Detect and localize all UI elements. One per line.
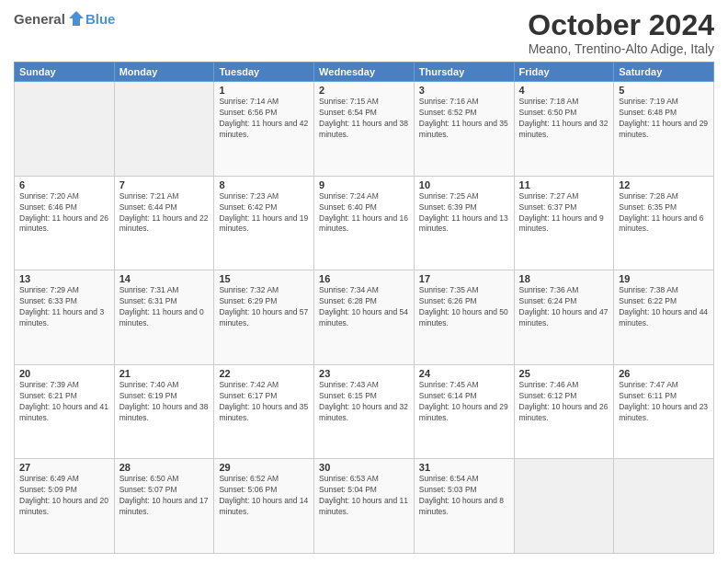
table-row: 1Sunrise: 7:14 AMSunset: 6:56 PMDaylight… [214, 82, 314, 177]
day-detail: Sunrise: 6:50 AMSunset: 5:07 PMDaylight:… [119, 474, 209, 516]
day-detail: Sunrise: 7:15 AMSunset: 6:54 PMDaylight:… [319, 97, 408, 139]
table-row: 9Sunrise: 7:24 AMSunset: 6:40 PMDaylight… [314, 176, 415, 270]
day-detail: Sunrise: 7:27 AMSunset: 6:37 PMDaylight:… [519, 191, 604, 234]
day-number: 7 [119, 179, 210, 190]
day-number: 27 [19, 462, 109, 473]
svg-marker-0 [69, 11, 84, 26]
day-number: 26 [619, 368, 709, 379]
table-row: 31Sunrise: 6:54 AMSunset: 5:03 PMDayligh… [414, 459, 514, 554]
day-number: 8 [219, 179, 309, 190]
day-number: 28 [119, 462, 210, 473]
day-number: 2 [319, 85, 409, 96]
day-number: 5 [619, 85, 709, 96]
day-detail: Sunrise: 7:38 AMSunset: 6:22 PMDaylight:… [619, 285, 708, 327]
calendar-week-0: 1Sunrise: 7:14 AMSunset: 6:56 PMDaylight… [15, 82, 714, 177]
day-number: 13 [19, 273, 109, 284]
table-row [15, 82, 115, 177]
calendar-week-3: 20Sunrise: 7:39 AMSunset: 6:21 PMDayligh… [15, 364, 714, 459]
location-title: Meano, Trentino-Alto Adige, Italy [528, 41, 714, 56]
table-row: 19Sunrise: 7:38 AMSunset: 6:22 PMDayligh… [614, 270, 714, 365]
day-number: 25 [519, 368, 609, 379]
day-detail: Sunrise: 7:23 AMSunset: 6:42 PMDaylight:… [219, 191, 308, 234]
day-detail: Sunrise: 7:40 AMSunset: 6:19 PMDaylight:… [119, 380, 209, 422]
table-row [614, 459, 714, 554]
day-number: 15 [219, 273, 309, 284]
table-row: 24Sunrise: 7:45 AMSunset: 6:14 PMDayligh… [414, 364, 514, 459]
day-number: 17 [419, 273, 509, 284]
day-number: 14 [119, 273, 210, 284]
day-number: 6 [19, 179, 109, 190]
day-number: 1 [219, 85, 309, 96]
table-row: 10Sunrise: 7:25 AMSunset: 6:39 PMDayligh… [414, 176, 514, 270]
day-number: 3 [419, 85, 509, 96]
day-number: 21 [119, 368, 210, 379]
day-number: 16 [319, 273, 409, 284]
table-row: 15Sunrise: 7:32 AMSunset: 6:29 PMDayligh… [214, 270, 314, 365]
day-detail: Sunrise: 6:52 AMSunset: 5:06 PMDaylight:… [219, 474, 308, 516]
table-row: 22Sunrise: 7:42 AMSunset: 6:17 PMDayligh… [214, 364, 314, 459]
header-monday: Monday [114, 63, 214, 82]
table-row: 20Sunrise: 7:39 AMSunset: 6:21 PMDayligh… [15, 364, 115, 459]
table-row: 5Sunrise: 7:19 AMSunset: 6:48 PMDaylight… [614, 82, 714, 177]
day-detail: Sunrise: 6:49 AMSunset: 5:09 PMDaylight:… [19, 474, 108, 516]
table-row: 17Sunrise: 7:35 AMSunset: 6:26 PMDayligh… [414, 270, 514, 365]
table-row: 18Sunrise: 7:36 AMSunset: 6:24 PMDayligh… [514, 270, 614, 365]
day-detail: Sunrise: 7:32 AMSunset: 6:29 PMDaylight:… [219, 285, 308, 327]
day-number: 29 [219, 462, 309, 473]
day-number: 31 [419, 462, 509, 473]
table-row: 14Sunrise: 7:31 AMSunset: 6:31 PMDayligh… [114, 270, 214, 365]
table-row: 12Sunrise: 7:28 AMSunset: 6:35 PMDayligh… [614, 176, 714, 270]
day-number: 20 [19, 368, 109, 379]
header-wednesday: Wednesday [314, 63, 415, 82]
logo: General Blue [14, 9, 115, 28]
day-detail: Sunrise: 7:45 AMSunset: 6:14 PMDaylight:… [419, 380, 508, 422]
day-number: 11 [519, 179, 609, 190]
day-detail: Sunrise: 7:21 AMSunset: 6:44 PMDaylight:… [119, 191, 209, 234]
day-number: 19 [619, 273, 709, 284]
table-row: 11Sunrise: 7:27 AMSunset: 6:37 PMDayligh… [514, 176, 614, 270]
day-detail: Sunrise: 7:35 AMSunset: 6:26 PMDaylight:… [419, 285, 508, 327]
table-row: 28Sunrise: 6:50 AMSunset: 5:07 PMDayligh… [114, 459, 214, 554]
header-tuesday: Tuesday [214, 63, 314, 82]
logo-blue: Blue [85, 11, 116, 27]
table-row: 4Sunrise: 7:18 AMSunset: 6:50 PMDaylight… [514, 82, 614, 177]
day-detail: Sunrise: 7:14 AMSunset: 6:56 PMDaylight:… [219, 97, 308, 139]
calendar-week-2: 13Sunrise: 7:29 AMSunset: 6:33 PMDayligh… [15, 270, 714, 365]
calendar-table: Sunday Monday Tuesday Wednesday Thursday… [14, 62, 714, 554]
month-title: October 2024 [528, 9, 714, 41]
table-row: 27Sunrise: 6:49 AMSunset: 5:09 PMDayligh… [15, 459, 115, 554]
table-row: 8Sunrise: 7:23 AMSunset: 6:42 PMDaylight… [214, 176, 314, 270]
day-number: 10 [419, 179, 509, 190]
day-number: 24 [419, 368, 509, 379]
day-detail: Sunrise: 7:42 AMSunset: 6:17 PMDaylight:… [219, 380, 308, 422]
day-number: 18 [519, 273, 609, 284]
header-friday: Friday [514, 63, 614, 82]
day-detail: Sunrise: 7:20 AMSunset: 6:46 PMDaylight:… [19, 191, 108, 234]
header-sunday: Sunday [15, 63, 115, 82]
table-row: 3Sunrise: 7:16 AMSunset: 6:52 PMDaylight… [414, 82, 514, 177]
calendar-week-4: 27Sunrise: 6:49 AMSunset: 5:09 PMDayligh… [15, 459, 714, 554]
day-detail: Sunrise: 7:18 AMSunset: 6:50 PMDaylight:… [519, 97, 609, 139]
table-row: 21Sunrise: 7:40 AMSunset: 6:19 PMDayligh… [114, 364, 214, 459]
table-row: 29Sunrise: 6:52 AMSunset: 5:06 PMDayligh… [214, 459, 314, 554]
day-detail: Sunrise: 7:24 AMSunset: 6:40 PMDaylight:… [319, 191, 408, 234]
table-row: 6Sunrise: 7:20 AMSunset: 6:46 PMDaylight… [15, 176, 115, 270]
table-row: 23Sunrise: 7:43 AMSunset: 6:15 PMDayligh… [314, 364, 415, 459]
day-number: 4 [519, 85, 609, 96]
day-number: 30 [319, 462, 409, 473]
header-thursday: Thursday [414, 63, 514, 82]
header-saturday: Saturday [614, 63, 714, 82]
day-detail: Sunrise: 7:29 AMSunset: 6:33 PMDaylight:… [19, 285, 104, 327]
day-detail: Sunrise: 7:47 AMSunset: 6:11 PMDaylight:… [619, 380, 708, 422]
day-detail: Sunrise: 7:28 AMSunset: 6:35 PMDaylight:… [619, 191, 703, 234]
table-row: 30Sunrise: 6:53 AMSunset: 5:04 PMDayligh… [314, 459, 415, 554]
table-row: 2Sunrise: 7:15 AMSunset: 6:54 PMDaylight… [314, 82, 415, 177]
calendar-page: General Blue October 2024 Meano, Trentin… [0, 0, 728, 563]
day-detail: Sunrise: 7:39 AMSunset: 6:21 PMDaylight:… [19, 380, 108, 422]
day-number: 12 [619, 179, 709, 190]
calendar-week-1: 6Sunrise: 7:20 AMSunset: 6:46 PMDaylight… [15, 176, 714, 270]
day-detail: Sunrise: 7:36 AMSunset: 6:24 PMDaylight:… [519, 285, 609, 327]
day-number: 9 [319, 179, 409, 190]
table-row: 26Sunrise: 7:47 AMSunset: 6:11 PMDayligh… [614, 364, 714, 459]
day-detail: Sunrise: 7:31 AMSunset: 6:31 PMDaylight:… [119, 285, 204, 327]
